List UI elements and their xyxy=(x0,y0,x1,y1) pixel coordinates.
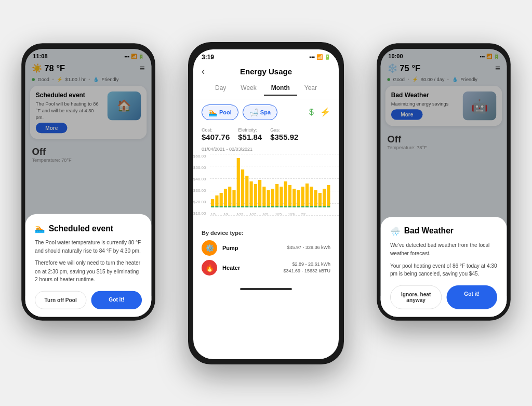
svg-rect-23 xyxy=(310,187,313,206)
svg-text:1/5: 1/5 xyxy=(211,212,216,216)
tab-month[interactable]: Month xyxy=(264,81,297,96)
left-got-it-button[interactable]: Got it! xyxy=(91,291,142,309)
currency-filter-icon[interactable]: $ xyxy=(309,108,314,117)
y-label-60: $60.00 xyxy=(193,154,210,159)
svg-rect-17 xyxy=(284,181,287,206)
svg-rect-28 xyxy=(211,206,214,207)
svg-text:1/9: 1/9 xyxy=(224,212,229,216)
left-modal-sheet: 🏊 Scheduled event The Pool water tempera… xyxy=(25,214,152,317)
svg-rect-15 xyxy=(275,184,278,206)
left-turn-off-button[interactable]: Turn off Pool xyxy=(35,291,86,309)
svg-rect-32 xyxy=(228,206,231,207)
y-label-50: $50.00 xyxy=(193,165,210,170)
heater-values: $2.89 - 20.61 kWh $341.69 - 15632 kBTU xyxy=(283,261,330,274)
svg-rect-10 xyxy=(254,184,257,206)
center-signal-icon: ▪▪▪ xyxy=(309,54,315,60)
svg-rect-40 xyxy=(262,206,265,207)
svg-rect-34 xyxy=(237,206,240,207)
center-wifi-icon: 📶 xyxy=(316,54,323,60)
svg-text:1/29: 1/29 xyxy=(288,212,295,216)
center-battery-icon: 🔋 xyxy=(324,54,330,60)
lightning-filter-icon[interactable]: ⚡ xyxy=(320,107,330,117)
right-modal-overlay: 🌧️ Bad Weather We've detected bad weathe… xyxy=(381,49,507,317)
svg-text:1/21: 1/21 xyxy=(262,212,269,216)
svg-rect-50 xyxy=(305,206,309,207)
svg-rect-25 xyxy=(318,193,322,206)
svg-rect-43 xyxy=(275,206,278,207)
svg-rect-12 xyxy=(262,187,265,206)
svg-rect-3 xyxy=(224,189,227,206)
right-modal-sheet: 🌧️ Bad Weather We've detected bad weathe… xyxy=(381,217,507,317)
svg-rect-49 xyxy=(301,206,304,207)
svg-rect-22 xyxy=(305,184,309,206)
svg-rect-16 xyxy=(280,187,283,206)
center-phone-screen: 3:19 ▪▪▪ 📶 🔋 ‹ Energy Usage Day Week Mon… xyxy=(193,49,339,359)
by-device-label: By device type: xyxy=(202,230,330,236)
svg-rect-52 xyxy=(314,206,317,207)
svg-rect-24 xyxy=(314,190,317,206)
svg-rect-8 xyxy=(245,176,248,206)
back-button[interactable]: ‹ xyxy=(202,66,205,77)
center-status-icons: ▪▪▪ 📶 🔋 xyxy=(309,54,330,60)
right-phone-screen: 10:00 ▪▪▪ 📶 🔋 ❄️ 75 °F ≡ Good • ⚡ $0.00 … xyxy=(381,49,507,317)
svg-rect-48 xyxy=(297,206,300,207)
tab-row: Day Week Month Year xyxy=(193,78,339,99)
right-modal-title-text: Bad Weather xyxy=(404,227,454,236)
center-status-time: 3:19 xyxy=(202,54,214,61)
pump-values: $45.97 - 328.36 kWh xyxy=(287,244,330,251)
svg-rect-46 xyxy=(288,206,291,207)
svg-rect-39 xyxy=(258,206,261,207)
right-ignore-button[interactable]: Ignore, heat anyway xyxy=(390,285,442,309)
gas-value: $355.92 xyxy=(270,133,298,141)
svg-rect-14 xyxy=(271,189,274,206)
bar-chart: 1/5 1/9 1/13 1/17 1/21 1/25 1/29 2/2 xyxy=(210,154,339,216)
pump-cost: $45.97 - 328.36 kWh xyxy=(287,244,330,251)
svg-text:1/17: 1/17 xyxy=(249,212,256,216)
svg-rect-19 xyxy=(292,189,296,206)
svg-rect-30 xyxy=(220,206,223,207)
left-modal-text2: Therefore we will only need to turn the … xyxy=(35,259,142,284)
tab-year[interactable]: Year xyxy=(297,81,324,96)
svg-rect-36 xyxy=(245,206,248,207)
filter-spa-label: Spa xyxy=(260,109,271,115)
filter-pool-button[interactable]: 🏊 Pool xyxy=(202,104,238,120)
svg-rect-13 xyxy=(267,190,270,206)
svg-rect-20 xyxy=(297,190,300,206)
chart-container: $60.00 $50.00 $40.00 $30.00 $20.00 $10.0… xyxy=(193,154,339,227)
cost-label: Cost: xyxy=(202,127,230,133)
tab-day[interactable]: Day xyxy=(208,81,233,96)
device-section: By device type: ⚙️ Pump $45.97 - 328.36 … xyxy=(193,227,339,285)
svg-rect-38 xyxy=(254,206,257,207)
svg-text:2/2: 2/2 xyxy=(301,212,306,216)
tab-week[interactable]: Week xyxy=(233,81,263,96)
svg-text:1/25: 1/25 xyxy=(275,212,282,216)
filter-spa-button[interactable]: 🛁 Spa xyxy=(243,104,277,120)
y-axis-labels: $60.00 $50.00 $40.00 $30.00 $20.00 $10.0… xyxy=(193,154,210,216)
filter-pool-icon: 🏊 xyxy=(208,108,217,116)
date-range: 01/04/2021 - 02/03/2021 xyxy=(193,146,339,154)
svg-rect-21 xyxy=(301,187,304,206)
svg-rect-2 xyxy=(220,193,223,206)
svg-rect-0 xyxy=(211,199,214,206)
svg-rect-7 xyxy=(241,169,244,206)
y-label-10: $10.00 xyxy=(193,211,210,216)
svg-rect-4 xyxy=(228,187,231,206)
gas-label: Gas: xyxy=(270,127,298,133)
svg-rect-31 xyxy=(224,206,227,207)
left-modal-actions: Turn off Pool Got it! xyxy=(35,291,142,309)
electricity-label: Eletricity: xyxy=(238,127,262,133)
svg-rect-35 xyxy=(241,206,244,207)
svg-rect-18 xyxy=(288,185,291,206)
svg-rect-5 xyxy=(232,190,235,206)
y-label-20: $20.00 xyxy=(193,200,210,204)
svg-rect-27 xyxy=(327,185,330,206)
heater-device-item: 🔥 Heater $2.89 - 20.61 kWh $341.69 - 156… xyxy=(202,260,330,276)
y-label-30: $30.00 xyxy=(193,188,210,193)
svg-rect-26 xyxy=(323,189,326,206)
left-modal-icon: 🏊 xyxy=(35,224,45,233)
heater-icon: 🔥 xyxy=(202,260,217,276)
right-got-it-button[interactable]: Got it! xyxy=(447,285,498,309)
svg-rect-29 xyxy=(215,206,218,207)
svg-rect-1 xyxy=(215,195,218,206)
right-modal-text1: We've detected bad weather from the loca… xyxy=(390,241,497,258)
